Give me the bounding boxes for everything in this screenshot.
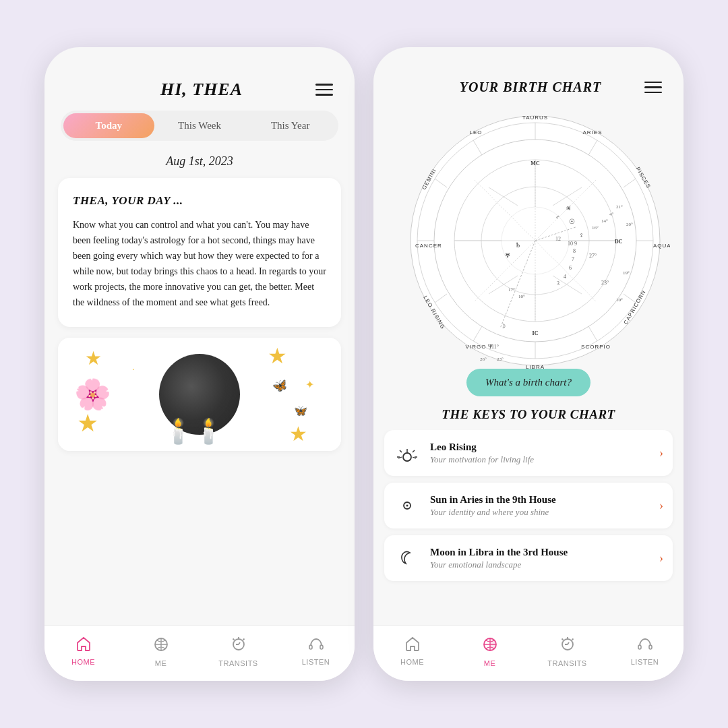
right-nav-listen-label: LISTEN	[631, 658, 659, 666]
svg-text:21°: 21°	[616, 204, 623, 210]
svg-text:AQUARIUS: AQUARIUS	[653, 243, 670, 249]
right-listen-icon	[637, 636, 653, 655]
right-hamburger-line-3	[644, 92, 662, 94]
svg-text:23°: 23°	[497, 357, 504, 362]
hamburger-line-2	[315, 89, 333, 91]
left-bottom-nav: HOME ME	[44, 625, 355, 681]
star-4: ★	[77, 409, 98, 437]
svg-text:23°: 23°	[601, 280, 609, 286]
leo-rising-text: Leo Rising Your motivation for living li…	[430, 442, 650, 465]
right-hamburger-line-1	[644, 82, 662, 84]
left-phone-title: HI, THEA	[160, 80, 243, 100]
svg-line-5	[233, 639, 234, 640]
moon-card: ★ ✦ ★ ★ ★ ✦ · 🌸 🕯️🕯️ 🦋 🦋	[58, 338, 341, 451]
daily-card-text: Know what you can control and what you c…	[73, 217, 326, 311]
nav-home[interactable]: HOME	[44, 632, 122, 667]
right-hamburger-menu[interactable]	[644, 82, 662, 94]
svg-text:10°: 10°	[616, 297, 623, 303]
tab-this-week[interactable]: This Week	[154, 113, 245, 138]
svg-text:☉: ☉	[569, 218, 575, 225]
svg-text:SCORPIO: SCORPIO	[581, 344, 611, 350]
listen-icon	[308, 636, 324, 655]
right-nav-listen[interactable]: LISTEN	[606, 632, 684, 667]
moon-libra-text: Moon in Libra in the 3rd House Your emot…	[430, 547, 650, 570]
sun-aries-text: Sun in Aries in the 9th House Your ident…	[430, 494, 650, 518]
nav-listen[interactable]: LISTEN	[277, 632, 355, 667]
tab-this-year[interactable]: This Year	[245, 113, 336, 138]
svg-text:♄: ♄	[515, 241, 521, 249]
svg-text:20°: 20°	[626, 222, 633, 227]
nav-me[interactable]: ME	[122, 632, 200, 667]
chart-key-list: Leo Rising Your motivation for living li…	[373, 430, 684, 625]
left-phone: HI, THEA Today This Week This Year Aug 1…	[44, 47, 355, 681]
sun-icon	[394, 492, 421, 519]
svg-text:7: 7	[572, 256, 574, 262]
svg-point-88	[403, 453, 411, 461]
svg-text:8: 8	[573, 248, 576, 254]
right-nav-home[interactable]: HOME	[373, 632, 451, 667]
nav-transits[interactable]: TRANSITS	[200, 632, 277, 667]
left-phone-header: HI, THEA	[44, 47, 355, 111]
svg-text:TAURUS: TAURUS	[522, 115, 548, 121]
right-nav-me-label: ME	[484, 659, 496, 667]
svg-text:♅: ♅	[505, 252, 510, 259]
leo-rising-title: Leo Rising	[430, 442, 650, 453]
svg-text:♃: ♃	[566, 205, 571, 212]
svg-text:MC: MC	[530, 160, 540, 166]
svg-text:19°: 19°	[623, 270, 630, 276]
nav-transits-label: TRANSITS	[218, 659, 257, 667]
right-nav-me[interactable]: ME	[451, 632, 528, 667]
right-phone: YOUR BIRTH CHART	[373, 47, 684, 681]
svg-line-92	[400, 450, 402, 452]
key-leo-rising[interactable]: Leo Rising Your motivation for living li…	[384, 430, 673, 476]
svg-point-97	[406, 505, 408, 507]
birth-chart-container: TAURUS ARIES PISCES AQUARIUS CAPRICORN S…	[373, 106, 684, 362]
star-3: ★	[268, 343, 287, 369]
nav-listen-label: LISTEN	[302, 658, 330, 666]
home-icon	[75, 636, 92, 655]
svg-text:3: 3	[557, 280, 559, 286]
butterfly-1: 🦋	[271, 376, 289, 394]
key-moon-libra[interactable]: Moon in Libra in the 3rd House Your emot…	[384, 535, 673, 581]
svg-text:♂: ♂	[555, 214, 560, 220]
svg-text:Ψ: Ψ	[488, 343, 493, 350]
svg-text:DC: DC	[615, 239, 623, 245]
svg-line-103	[562, 639, 563, 640]
svg-text:IC: IC	[533, 330, 539, 336]
right-phone-header: YOUR BIRTH CHART	[373, 47, 684, 106]
svg-text:12: 12	[555, 236, 561, 242]
svg-text:LEO: LEO	[469, 129, 482, 135]
moon-scene: ★ ✦ ★ ★ ★ ✦ · 🌸 🕯️🕯️ 🦋 🦋	[58, 338, 341, 451]
key-sun-aries[interactable]: Sun in Aries in the 9th House Your ident…	[384, 483, 673, 528]
svg-text:14°: 14°	[601, 218, 608, 224]
hamburger-menu[interactable]	[315, 84, 333, 96]
hamburger-line-3	[315, 94, 333, 96]
hamburger-line-1	[315, 84, 333, 86]
right-transits-icon	[560, 636, 575, 657]
rose-emoji: 🌸	[74, 377, 111, 412]
daily-card-title: THEA, YOUR DAY ...	[73, 194, 326, 208]
tab-today[interactable]: Today	[63, 113, 154, 138]
right-nav-transits-label: TRANSITS	[547, 659, 586, 667]
right-home-icon	[404, 636, 421, 655]
svg-text:10 9: 10 9	[568, 241, 577, 247]
right-hamburger-line-2	[644, 86, 662, 88]
star-7: ·	[132, 365, 135, 375]
star-1: ★	[85, 347, 102, 369]
sun-aries-chevron: ›	[659, 499, 663, 513]
right-phone-title: YOUR BIRTH CHART	[460, 80, 601, 95]
svg-text:27°: 27°	[589, 253, 597, 259]
moon-libra-title: Moon in Libra in the 3rd House	[430, 547, 650, 558]
svg-text:16°: 16°	[592, 225, 599, 231]
svg-line-104	[572, 639, 573, 640]
svg-text:26°: 26°	[480, 357, 487, 362]
phones-container: HI, THEA Today This Week This Year Aug 1…	[44, 47, 684, 681]
right-nav-transits[interactable]: TRANSITS	[528, 632, 606, 667]
daily-card: THEA, YOUR DAY ... Know what you can con…	[58, 178, 341, 327]
rising-icon	[394, 439, 421, 466]
svg-text:4°: 4°	[609, 212, 614, 217]
sun-aries-subtitle: Your identity and where you shine	[430, 507, 650, 518]
candles-emoji: 🕯️🕯️	[163, 417, 224, 446]
whats-birth-chart-button[interactable]: What's a birth chart?	[466, 369, 590, 396]
svg-text:CANCER: CANCER	[415, 243, 442, 249]
